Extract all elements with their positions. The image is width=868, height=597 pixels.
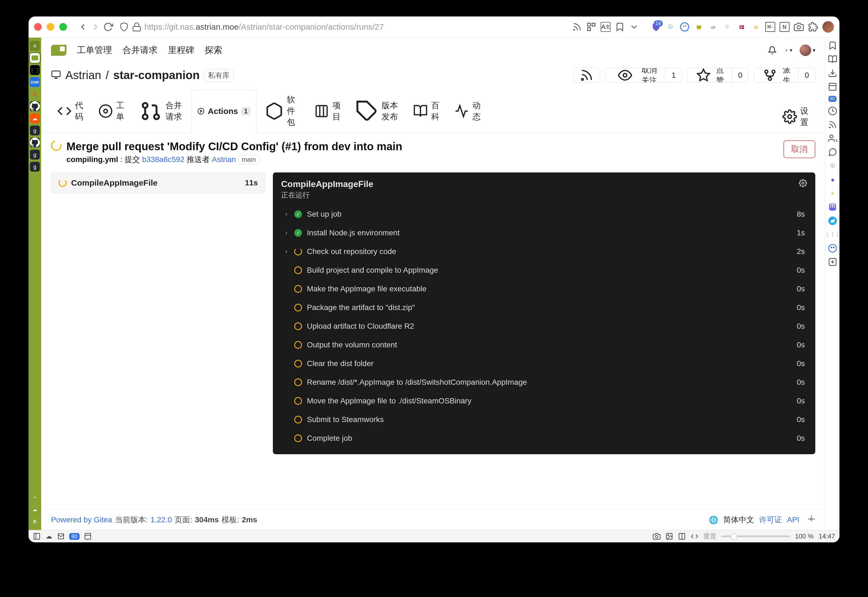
tab-packages[interactable]: 软件包 <box>259 90 306 132</box>
step-row[interactable]: ›✓Set up job8s <box>281 205 807 224</box>
fork-button[interactable]: 派生 <box>754 68 798 82</box>
cancel-button[interactable]: 取消 <box>784 140 815 158</box>
minimize-window-button[interactable] <box>47 23 54 31</box>
pusher-link[interactable]: Astrian <box>212 155 236 164</box>
rr-telegram-icon[interactable] <box>828 216 837 226</box>
rr-star-icon[interactable]: ✳ <box>828 189 837 198</box>
ext-shield-icon[interactable]: 14 <box>651 22 661 32</box>
zoom-slider[interactable] <box>721 536 790 537</box>
branch-tag[interactable]: main <box>238 155 259 164</box>
unwatch-button[interactable]: 取消关注 <box>605 68 665 82</box>
bookmark-menu-icon[interactable] <box>629 22 639 32</box>
nav-issues[interactable]: 工单管理 <box>77 44 112 56</box>
ext-camera-icon[interactable] <box>794 22 804 32</box>
rail-add-button[interactable]: ＋ <box>30 493 40 502</box>
api-link[interactable]: API <box>787 515 799 524</box>
rail-item-gitea[interactable] <box>30 53 40 63</box>
close-window-button[interactable] <box>34 23 42 31</box>
reload-button[interactable] <box>103 22 113 32</box>
rail-item-g1[interactable]: G <box>30 89 40 99</box>
sb-cloud-icon[interactable]: ☁ <box>45 532 53 540</box>
ext-hippo-icon[interactable]: 🦛 <box>708 22 718 32</box>
rail-item-stack[interactable]: ≡ <box>30 41 40 51</box>
rail-item-github2[interactable] <box>30 138 40 147</box>
user-menu[interactable]: ▾ <box>800 45 815 56</box>
forward-button[interactable] <box>90 22 101 32</box>
ext-flag-icon[interactable]: 🇩🇰 <box>737 22 747 32</box>
rss-icon[interactable] <box>572 22 582 32</box>
step-row[interactable]: ›Check out repository code2s <box>281 242 807 261</box>
nav-pulls[interactable]: 合并请求 <box>123 44 158 56</box>
rail-item-soundcloud[interactable]: ☁ <box>30 113 40 123</box>
rss-button[interactable] <box>573 68 600 83</box>
tab-actions[interactable]: Actions1 <box>191 90 257 133</box>
star-button[interactable]: 点赞 <box>687 68 732 82</box>
lock-icon[interactable] <box>132 22 142 32</box>
sb-split-icon[interactable] <box>678 532 686 540</box>
tab-activity[interactable]: 动态 <box>448 90 487 132</box>
sb-image-icon[interactable] <box>665 532 673 540</box>
ext-cat-icon[interactable]: 🐱 <box>751 22 761 32</box>
rail-item-dots[interactable]: ⋮⋮ <box>30 65 40 75</box>
tab-releases[interactable]: 版本发布 <box>350 90 405 132</box>
tab-code[interactable]: 代码 <box>51 90 90 132</box>
nav-milestones[interactable]: 里程碑 <box>168 44 194 56</box>
rr-mastodon-icon[interactable] <box>828 202 837 212</box>
ext-md-icon[interactable]: M↓ <box>765 22 775 32</box>
zoom-reset-button[interactable]: 重置 <box>703 532 717 541</box>
url-bar[interactable]: https://git.nas.astrian.moe/Astrian/star… <box>144 22 384 31</box>
ext-n-icon[interactable]: N <box>780 22 789 32</box>
rr-bookmark-icon[interactable] <box>828 41 837 50</box>
rail-cloud-button[interactable]: ☁ <box>30 505 40 514</box>
sb-devtools-icon[interactable] <box>691 532 698 540</box>
rr-reading-icon[interactable] <box>828 55 837 64</box>
rr-info-icon[interactable]: ⓘ <box>828 161 837 171</box>
back-button[interactable] <box>78 22 88 32</box>
nav-explore[interactable]: 探索 <box>205 44 222 56</box>
rr-add-panel-button[interactable] <box>828 257 837 267</box>
rail-item-gist3[interactable]: g <box>30 162 40 172</box>
commit-sha[interactable]: b338a6c592 <box>142 155 184 164</box>
rail-trash-button[interactable]: 🗑 <box>30 517 40 526</box>
rr-window-icon[interactable] <box>828 82 837 91</box>
rail-item-gist1[interactable]: g <box>30 125 40 135</box>
tab-projects[interactable]: 项目 <box>308 90 347 132</box>
rail-item-github[interactable] <box>30 101 40 111</box>
rr-chat-icon[interactable] <box>828 147 837 157</box>
sb-camera-icon[interactable] <box>653 532 661 540</box>
create-menu[interactable]: ＋▾ <box>784 46 792 55</box>
profile-avatar[interactable] <box>822 21 834 33</box>
panel-gear-icon[interactable] <box>799 179 807 189</box>
version-link[interactable]: 1.22.0 <box>150 515 172 524</box>
sb-tabs-count[interactable]: 80 <box>69 533 80 540</box>
license-link[interactable]: 许可证 <box>759 515 782 525</box>
ext-info-icon[interactable]: ⓘ <box>665 22 675 32</box>
repo-owner-link[interactable]: Astrian <box>65 69 101 82</box>
language-menu[interactable]: 简体中文 <box>723 515 754 525</box>
rr-feed-icon[interactable] <box>828 120 837 129</box>
rail-item-dsm[interactable]: DSM <box>30 77 40 87</box>
sb-mail-icon[interactable] <box>57 532 65 540</box>
star-count[interactable]: 0 <box>732 68 749 82</box>
sb-window-icon[interactable] <box>84 532 92 540</box>
sb-panel-icon[interactable] <box>33 532 41 540</box>
rail-item-gist2[interactable]: g <box>30 150 40 160</box>
workflow-file[interactable]: compiling.yml <box>67 155 118 164</box>
tab-pulls[interactable]: 合并请求 <box>133 90 189 132</box>
maximize-window-button[interactable] <box>59 23 67 31</box>
tab-issues[interactable]: 工单 <box>92 90 131 132</box>
tab-wiki[interactable]: 百科 <box>407 90 446 132</box>
rr-grid-icon[interactable]: ⋮⋮⋮ <box>828 230 837 239</box>
rr-face2-icon[interactable] <box>828 244 837 253</box>
ext-face-icon[interactable] <box>680 22 690 32</box>
footer-gear-icon[interactable] <box>807 515 815 525</box>
powered-by-link[interactable]: Powered by Gitea <box>51 515 112 524</box>
ext-frog-icon[interactable]: 🐸 <box>694 22 704 32</box>
ext-c-icon[interactable]: © <box>723 22 732 32</box>
step-row[interactable]: ›✓Install Node.js environment1s <box>281 224 807 242</box>
rr-cube-icon[interactable]: ◆ <box>828 175 837 184</box>
ext-puzzle-icon[interactable] <box>808 22 818 32</box>
job-card[interactable]: CompileAppImageFile 11s <box>51 172 265 193</box>
shield-icon[interactable] <box>119 22 129 32</box>
rr-tabs-badge[interactable]: 80 <box>828 96 837 102</box>
